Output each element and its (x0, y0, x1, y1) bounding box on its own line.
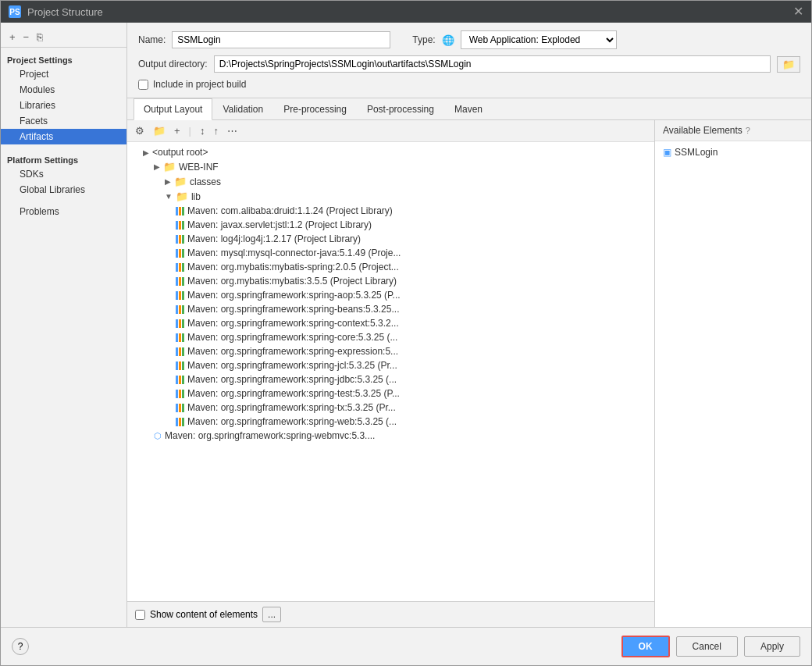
tree-settings-btn[interactable]: ⚙ (132, 123, 148, 138)
tree-item-label: Maven: org.springframework:spring-test:5… (187, 388, 400, 399)
sidebar-item-project[interactable]: Project (1, 66, 126, 82)
tree-item-label: <output root> (152, 147, 208, 158)
sidebar-add-btn[interactable]: + (7, 30, 18, 44)
maven-icon (176, 249, 184, 258)
maven-icon (176, 319, 184, 328)
sidebar-item-libraries[interactable]: Libraries (1, 98, 126, 113)
available-item-label: SSMLogin (675, 147, 718, 158)
maven-icon (176, 207, 184, 215)
tree-item-maven8[interactable]: Maven: org.springframework:spring-beans:… (127, 302, 654, 316)
tree-add-btn[interactable]: + (171, 123, 183, 138)
tree-item-label: Maven: org.springframework:spring-webmvc… (165, 430, 375, 441)
tree-item-label: WEB-INF (179, 162, 219, 173)
tree-item-maven9[interactable]: Maven: org.springframework:spring-contex… (127, 316, 654, 330)
titlebar-title: Project Structure (27, 6, 103, 18)
tree-up-btn[interactable]: ↑ (210, 123, 222, 138)
type-label: Type: (412, 34, 435, 45)
maven-icon (176, 361, 184, 370)
tree-item-facet[interactable]: ⬡ Maven: org.springframework:spring-webm… (127, 429, 654, 443)
tree-item-maven10[interactable]: Maven: org.springframework:spring-core:5… (127, 330, 654, 344)
tree-item-label: Maven: org.springframework:spring-jdbc:5… (187, 374, 397, 385)
sidebar-item-problems[interactable]: Problems (1, 204, 126, 219)
tree-down-btn[interactable]: ⋯ (224, 123, 240, 138)
sidebar-item-global-libraries[interactable]: Global Libraries (1, 182, 126, 198)
tree-item-label: Maven: org.springframework:spring-core:5… (187, 332, 397, 343)
output-label: Output directory: (138, 59, 208, 69)
more-options-button[interactable]: ... (262, 607, 281, 622)
available-item-ssmlogin[interactable]: ▣ SSMLogin (655, 144, 811, 160)
tree-item-label: Maven: org.springframework:spring-contex… (187, 318, 399, 329)
sidebar-item-modules[interactable]: Modules (1, 82, 126, 98)
bottom-bar: Show content of elements ... (127, 601, 654, 627)
tab-post-processing[interactable]: Post-processing (357, 98, 444, 120)
project-structure-dialog: PS Project Structure ✕ + − ⎘ Project Set… (0, 0, 812, 666)
tree-sort-btn[interactable]: ↕ (197, 123, 208, 138)
arrow-icon: ▶ (165, 177, 171, 186)
dialog-footer: ? OK Cancel Apply (1, 627, 811, 665)
tab-output-layout[interactable]: Output Layout (134, 98, 212, 120)
tree-item-maven16[interactable]: Maven: org.springframework:spring-web:5.… (127, 415, 654, 429)
tree-item-maven12[interactable]: Maven: org.springframework:spring-jcl:5.… (127, 358, 654, 372)
tree-panel: ⚙ 📁 + | ↕ ↑ ⋯ ▶ <output root> (127, 120, 655, 627)
arrow-icon: ▶ (143, 148, 149, 157)
tree-item-classes[interactable]: ▶ 📁 classes (127, 174, 654, 189)
tree-item-label: Maven: org.mybatis:mybatis:3.5.5 (Projec… (187, 276, 397, 287)
close-button[interactable]: ✕ (793, 5, 803, 18)
artifact-header: Name: Type: 🌐 Web Application: Exploded … (127, 23, 811, 98)
tab-validation[interactable]: Validation (212, 98, 273, 120)
tree-item-maven5[interactable]: Maven: org.mybatis:mybatis-spring:2.0.5 … (127, 260, 654, 274)
tree-item-label: classes (190, 176, 221, 187)
sidebar-item-facets[interactable]: Facets (1, 113, 126, 129)
tree-item-output-root[interactable]: ▶ <output root> (127, 145, 654, 159)
ok-button[interactable]: OK (621, 636, 670, 657)
tree-item-maven15[interactable]: Maven: org.springframework:spring-tx:5.3… (127, 401, 654, 415)
maven-icon (176, 263, 184, 272)
type-select[interactable]: Web Application: Exploded (461, 30, 617, 49)
show-content-label: Show content of elements (150, 609, 258, 620)
maven-icon (176, 333, 184, 342)
tree-item-label: Maven: org.mybatis:mybatis-spring:2.0.5 … (187, 262, 399, 272)
titlebar: PS Project Structure ✕ (1, 1, 811, 23)
tree-item-maven6[interactable]: Maven: org.mybatis:mybatis:3.5.5 (Projec… (127, 274, 654, 288)
maven-icon (176, 235, 184, 244)
output-input[interactable] (214, 55, 771, 73)
folder-icon: 📁 (163, 161, 176, 173)
sidebar-item-sdks[interactable]: SDKs (1, 166, 126, 182)
tree-item-label: Maven: org.springframework:spring-expres… (187, 346, 398, 357)
tree-item-label: Maven: javax.servlet:jstl:1.2 (Project L… (187, 219, 372, 230)
available-help-icon[interactable]: ? (746, 126, 750, 135)
tree-item-webinf[interactable]: ▶ 📁 WEB-INF (127, 159, 654, 174)
tree-item-label: Maven: org.springframework:spring-jcl:5.… (187, 360, 397, 371)
available-title: Available Elements (663, 125, 743, 136)
help-button[interactable]: ? (12, 638, 29, 655)
tree-item-lib[interactable]: ▼ 📁 lib (127, 189, 654, 204)
tree-item-maven14[interactable]: Maven: org.springframework:spring-test:5… (127, 386, 654, 401)
tree-item-maven1[interactable]: Maven: com.alibaba:druid:1.1.24 (Project… (127, 204, 654, 218)
tree-item-label: Maven: org.springframework:spring-aop:5.… (187, 290, 401, 301)
maven-icon (176, 221, 184, 230)
sidebar-copy-btn[interactable]: ⎘ (34, 30, 45, 44)
tree-item-maven3[interactable]: Maven: log4j:log4j:1.2.17 (Project Libra… (127, 232, 654, 246)
tree-item-label: Maven: log4j:log4j:1.2.17 (Project Libra… (187, 233, 361, 244)
tree-item-maven11[interactable]: Maven: org.springframework:spring-expres… (127, 344, 654, 358)
tree-item-maven7[interactable]: Maven: org.springframework:spring-aop:5.… (127, 288, 654, 302)
arrow-icon: ▼ (165, 192, 173, 201)
output-browse-button[interactable]: 📁 (777, 56, 800, 73)
project-settings-label: Project Settings (1, 51, 126, 66)
show-content-checkbox[interactable] (135, 610, 145, 620)
tab-maven[interactable]: Maven (444, 98, 493, 120)
name-row: Name: Type: 🌐 Web Application: Exploded (138, 30, 800, 49)
maven-icon (176, 277, 184, 286)
tree-item-maven2[interactable]: Maven: javax.servlet:jstl:1.2 (Project L… (127, 218, 654, 232)
sidebar-remove-btn[interactable]: − (21, 30, 32, 44)
available-list: ▣ SSMLogin (655, 141, 811, 627)
apply-button[interactable]: Apply (744, 636, 800, 657)
sidebar-item-artifacts[interactable]: Artifacts (1, 129, 126, 144)
tree-item-maven13[interactable]: Maven: org.springframework:spring-jdbc:5… (127, 372, 654, 386)
name-input[interactable] (172, 31, 390, 48)
cancel-button[interactable]: Cancel (676, 636, 738, 657)
tree-folder-btn[interactable]: 📁 (150, 123, 169, 138)
tab-pre-processing[interactable]: Pre-processing (273, 98, 357, 120)
tree-item-maven4[interactable]: Maven: mysql:mysql-connector-java:5.1.49… (127, 246, 654, 260)
include-build-checkbox[interactable] (138, 80, 148, 90)
